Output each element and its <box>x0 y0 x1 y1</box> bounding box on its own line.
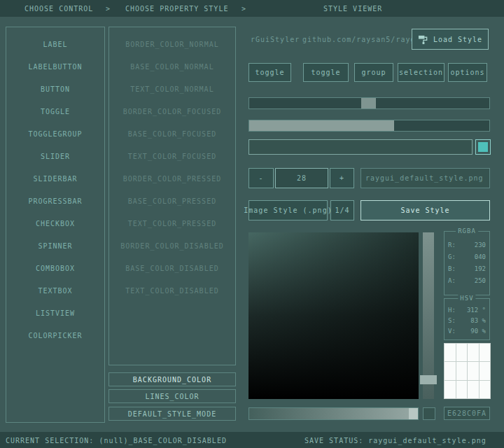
rgba-group-title: RGBA <box>456 227 478 234</box>
image-style-button[interactable]: Image Style (.png) <box>248 200 328 220</box>
control-item-colorpicker[interactable]: COLORPICKER <box>6 324 104 346</box>
rgba-row-red: R: 230 <box>444 239 489 251</box>
sliderbar-fill <box>249 120 394 131</box>
color-swatch-grid <box>444 343 491 399</box>
section-title-choose-control: CHOOSE CONTROL <box>24 5 93 13</box>
load-style-button[interactable]: Load Style <box>412 29 489 50</box>
save-status: SAVE STATUS: raygui_default_style.png <box>304 437 486 444</box>
property-item[interactable]: BORDER_COLOR_FOCUSED <box>109 100 235 122</box>
toggle-group-item-3[interactable]: group <box>354 63 393 82</box>
control-item-checkbox[interactable]: CHECKBOX <box>6 212 104 234</box>
top-bar: CHOOSE CONTROL > CHOOSE PROPERTY STYLE >… <box>0 0 504 17</box>
lines-color-button[interactable]: LINES_COLOR <box>108 389 236 403</box>
control-item-textbox[interactable]: TEXTBOX <box>6 279 104 302</box>
toggle-group-item-5[interactable]: options <box>448 63 487 82</box>
background-color-button[interactable]: BACKGROUND_COLOR <box>108 372 236 386</box>
sliderbar[interactable] <box>248 120 490 132</box>
property-item[interactable]: BORDER_COLOR_NORMAL <box>109 33 235 55</box>
status-bar: CURRENT SELECTION: (null)_BASE_COLOR_DIS… <box>0 432 504 448</box>
alpha-slider-handle[interactable] <box>409 408 418 419</box>
hue-slider-handle[interactable] <box>420 375 437 384</box>
toggle-group-item-2[interactable]: toggle <box>303 63 349 82</box>
color-swatch[interactable] <box>444 381 456 398</box>
property-item[interactable]: BASE_COLOR_NORMAL <box>109 55 235 78</box>
control-item-slider[interactable]: SLIDER <box>6 145 104 167</box>
color-swatch[interactable] <box>468 362 479 379</box>
control-item-progressbar[interactable]: PROGRESSBAR <box>6 190 104 212</box>
control-item-labelbutton[interactable]: LABELBUTTON <box>6 55 104 78</box>
spinner-increment-button[interactable]: + <box>330 168 354 188</box>
rgba-value: 250 <box>475 277 486 284</box>
save-style-button[interactable]: Save Style <box>360 200 490 220</box>
rgba-label: B: <box>448 265 456 272</box>
slider[interactable] <box>248 97 490 109</box>
color-swatch[interactable] <box>444 344 456 361</box>
hsv-value: 90 % <box>470 328 486 335</box>
control-item-togglegroup[interactable]: TOGGLEGROUP <box>6 122 104 145</box>
color-swatch[interactable] <box>444 362 456 379</box>
property-item[interactable]: BORDER_COLOR_DISABLED <box>109 234 235 257</box>
default-style-mode-button[interactable]: DEFAULT_STYLE_MODE <box>108 407 236 421</box>
slider-handle[interactable] <box>361 98 376 108</box>
control-item-toggle[interactable]: TOGGLE <box>6 100 104 122</box>
property-item[interactable]: TEXT_COLOR_NORMAL <box>109 78 235 100</box>
toggle-group-item-4[interactable]: selection <box>398 63 444 82</box>
section-title-style-viewer: STYLE VIEWER <box>323 5 382 13</box>
color-swatch[interactable] <box>479 344 491 361</box>
hsv-row-value: V: 90 % <box>444 326 489 336</box>
control-item-label[interactable]: LABEL <box>6 33 104 55</box>
property-item[interactable]: BASE_COLOR_FOCUSED <box>109 122 235 145</box>
hex-value-input[interactable]: E628C0FA <box>444 407 490 420</box>
control-item-listview[interactable]: LISTVIEW <box>6 302 104 324</box>
rgba-label: G: <box>448 253 456 260</box>
text-input[interactable] <box>248 139 472 155</box>
control-item-spinner[interactable]: SPINNER <box>6 234 104 257</box>
color-swatch[interactable] <box>456 344 468 361</box>
spinner-value-box[interactable]: 28 <box>275 168 328 188</box>
color-swatch[interactable] <box>468 381 479 398</box>
hsv-row-hue: H: 312 ° <box>444 304 489 315</box>
style-page-combo[interactable]: 1/4 <box>330 200 354 220</box>
toggle-group-item-1[interactable]: toggle <box>248 63 291 82</box>
alpha-value-box[interactable] <box>423 407 435 420</box>
hsv-label: H: <box>448 307 456 314</box>
property-item[interactable]: BASE_COLOR_PRESSED <box>109 190 235 212</box>
property-item[interactable]: BORDER_COLOR_PRESSED <box>109 167 235 190</box>
rgba-row-alpha: A: 250 <box>444 274 489 286</box>
properties-list-panel: BORDER_COLOR_NORMAL BASE_COLOR_NORMAL TE… <box>108 27 236 365</box>
control-item-sliderbar[interactable]: SLIDERBAR <box>6 167 104 190</box>
alpha-slider[interactable] <box>248 407 419 420</box>
hsv-value: 312 ° <box>467 307 486 314</box>
color-picker-panel[interactable] <box>248 232 419 399</box>
rgba-label: A: <box>448 277 456 284</box>
hue-slider[interactable] <box>423 232 434 399</box>
property-item[interactable]: BASE_COLOR_DISABLED <box>109 257 235 279</box>
hsv-label: S: <box>448 317 456 324</box>
rguistyler-window: CHOOSE CONTROL > CHOOSE PROPERTY STYLE >… <box>0 0 504 448</box>
property-item[interactable]: TEXT_COLOR_FOCUSED <box>109 145 235 167</box>
rgba-value: 040 <box>475 253 486 260</box>
checkbox[interactable] <box>475 139 491 155</box>
control-item-combobox[interactable]: COMBOBOX <box>6 257 104 279</box>
hsv-row-saturation: S: 83 % <box>444 315 489 326</box>
rgba-row-blue: B: 192 <box>444 262 489 274</box>
spinner-decrement-button[interactable]: - <box>248 168 274 188</box>
checkbox-check-icon <box>478 142 488 152</box>
current-selection-status: CURRENT SELECTION: (null)_BASE_COLOR_DIS… <box>6 437 227 444</box>
hsv-group-title: HSV <box>458 295 475 302</box>
style-filename-input[interactable]: raygui_default_style.png <box>360 168 490 188</box>
hsv-value: 83 % <box>470 317 486 324</box>
property-item[interactable]: TEXT_COLOR_PRESSED <box>109 212 235 234</box>
breadcrumb-separator-icon: > <box>241 5 246 13</box>
section-title-choose-property-style: CHOOSE PROPERTY STYLE <box>125 5 228 13</box>
app-name-label: rGuiStyler <box>251 36 300 43</box>
color-swatch[interactable] <box>468 344 479 361</box>
hsv-label: V: <box>448 328 456 335</box>
color-swatch[interactable] <box>456 381 468 398</box>
color-swatch[interactable] <box>456 362 468 379</box>
property-item[interactable]: TEXT_COLOR_DISABLED <box>109 279 235 302</box>
color-swatch[interactable] <box>479 381 491 398</box>
color-swatch[interactable] <box>479 362 491 379</box>
breadcrumb-separator-icon: > <box>106 5 111 13</box>
control-item-button[interactable]: BUTTON <box>6 78 104 100</box>
